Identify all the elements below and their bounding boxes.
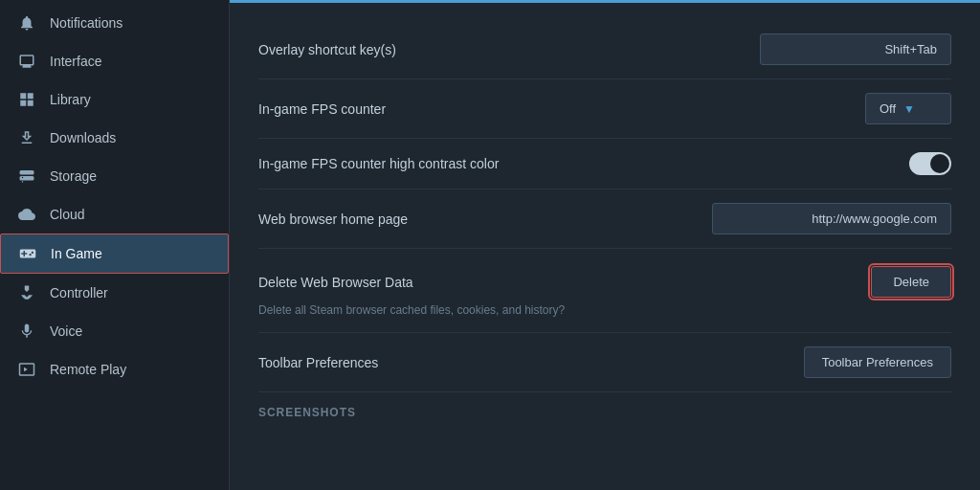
controller-icon <box>17 283 36 302</box>
sidebar-item-label-controller: Controller <box>50 285 108 301</box>
chevron-down-icon: ▼ <box>903 102 915 116</box>
sidebar-item-label-notifications: Notifications <box>50 15 122 31</box>
ingame-icon <box>18 244 37 263</box>
delete-browser-row: Delete Web Browser Data Delete Delete al… <box>258 249 951 333</box>
toolbar-prefs-row: Toolbar Preferences Toolbar Preferences <box>258 333 951 392</box>
main-content: Overlay shortcut key(s) Shift+Tab In-gam… <box>230 0 980 490</box>
sidebar-item-label-cloud: Cloud <box>50 207 85 222</box>
fps-contrast-toggle[interactable] <box>909 152 951 175</box>
fps-contrast-row: In-game FPS counter high contrast color <box>258 139 951 189</box>
fps-counter-control: Off ▼ <box>865 93 951 124</box>
overlay-shortcut-row: Overlay shortcut key(s) Shift+Tab <box>258 20 951 79</box>
fps-counter-value: Off <box>880 101 896 116</box>
fps-counter-row: In-game FPS counter Off ▼ <box>258 79 951 139</box>
toolbar-prefs-button[interactable]: Toolbar Preferences <box>804 346 951 378</box>
delete-browser-sub: Delete all Steam browser cached files, c… <box>258 301 951 323</box>
overlay-shortcut-control: Shift+Tab <box>760 33 951 65</box>
toolbar-prefs-control: Toolbar Preferences <box>804 346 951 378</box>
sidebar-item-label-interface: Interface <box>50 54 101 69</box>
storage-icon <box>17 167 36 186</box>
fps-counter-dropdown[interactable]: Off ▼ <box>865 93 951 124</box>
mic-icon <box>17 322 36 341</box>
sidebar-item-label-ingame: In Game <box>51 246 102 261</box>
web-browser-input[interactable]: http://www.google.com <box>712 203 951 234</box>
sidebar-item-interface[interactable]: Interface <box>0 42 229 80</box>
content-area: Overlay shortcut key(s) Shift+Tab In-gam… <box>230 3 980 442</box>
sidebar-item-label-remoteplay: Remote Play <box>50 362 126 377</box>
sidebar-item-label-downloads: Downloads <box>50 130 116 145</box>
overlay-shortcut-label: Overlay shortcut key(s) <box>258 42 760 57</box>
sidebar-item-cloud[interactable]: Cloud <box>0 195 229 234</box>
sidebar-item-label-storage: Storage <box>50 168 97 184</box>
sidebar-item-storage[interactable]: Storage <box>0 157 229 195</box>
screenshots-section-header: SCREENSHOTS <box>258 392 951 425</box>
download-icon <box>17 128 36 147</box>
sidebar-item-library[interactable]: Library <box>0 80 229 119</box>
bell-icon <box>17 13 36 33</box>
delete-browser-button[interactable]: Delete <box>871 266 951 298</box>
overlay-shortcut-input[interactable]: Shift+Tab <box>760 33 951 65</box>
sidebar-item-label-library: Library <box>50 92 91 107</box>
stream-icon <box>17 360 36 379</box>
web-browser-row: Web browser home page http://www.google.… <box>258 189 951 249</box>
toolbar-prefs-label: Toolbar Preferences <box>258 355 804 370</box>
fps-contrast-label: In-game FPS counter high contrast color <box>258 156 909 171</box>
fps-contrast-control <box>909 152 951 175</box>
sidebar: Notifications Interface Library Download… <box>0 0 230 490</box>
sidebar-item-controller[interactable]: Controller <box>0 274 229 312</box>
cloud-icon <box>17 205 36 224</box>
delete-browser-top: Delete Web Browser Data Delete <box>258 258 951 301</box>
web-browser-label: Web browser home page <box>258 212 712 227</box>
web-browser-control: http://www.google.com <box>712 203 951 234</box>
sidebar-item-voice[interactable]: Voice <box>0 312 229 350</box>
sidebar-item-label-voice: Voice <box>50 323 82 339</box>
fps-counter-label: In-game FPS counter <box>258 101 865 117</box>
sidebar-item-remoteplay[interactable]: Remote Play <box>0 350 229 389</box>
monitor-icon <box>17 52 36 71</box>
sidebar-item-ingame[interactable]: In Game <box>0 234 229 274</box>
grid-icon <box>17 90 36 109</box>
delete-browser-label: Delete Web Browser Data <box>258 275 871 290</box>
sidebar-item-notifications[interactable]: Notifications <box>0 4 229 42</box>
sidebar-item-downloads[interactable]: Downloads <box>0 119 229 157</box>
